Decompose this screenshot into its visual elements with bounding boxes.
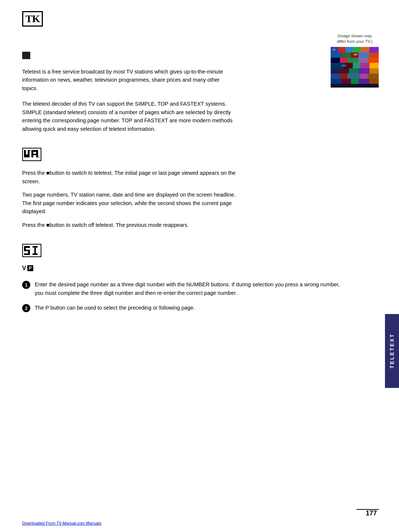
page-logo: TK xyxy=(22,11,43,27)
svg-rect-45 xyxy=(26,154,28,157)
svg-rect-49 xyxy=(33,150,36,152)
section3: V P 1 Enter the desired page number as a… xyxy=(22,244,379,312)
section2-para1: Press the ■button to switch to teletext.… xyxy=(22,169,236,185)
item2-text: The P button can be used to select the p… xyxy=(35,304,344,312)
item1-number: 1 xyxy=(22,281,30,289)
svg-rect-44 xyxy=(24,150,26,157)
svg-rect-51 xyxy=(30,150,31,151)
svg-rect-61 xyxy=(34,248,36,253)
section3-icon-wrapper xyxy=(22,244,41,258)
section1-icon xyxy=(22,52,30,59)
main-content: Teletext is a free service broadcast by … xyxy=(22,33,379,323)
svg-rect-59 xyxy=(24,253,30,255)
section1-para2: The teletext decoder of this TV can supp… xyxy=(22,100,236,133)
section1-para1: Teletext is a free service broadcast by … xyxy=(22,68,236,92)
bottom-link[interactable]: Downloaded From TV-Manual.com Manuals xyxy=(22,521,101,525)
section2-icon-wrapper xyxy=(22,148,41,162)
sidebar-teletext-text: TELETEXT xyxy=(389,333,395,369)
svg-rect-50 xyxy=(32,154,38,155)
numbered-item-1: 1 Enter the desired page number as a thr… xyxy=(22,280,344,297)
svg-rect-52 xyxy=(38,157,40,158)
section2-para2: Two page numbers, TV station name, date … xyxy=(22,191,236,215)
svg-rect-63 xyxy=(30,249,31,250)
p-box: P xyxy=(27,265,33,271)
v-label: V xyxy=(22,265,26,272)
section2-icon xyxy=(22,148,41,161)
svg-rect-62 xyxy=(33,253,38,255)
vp-label-row: V P xyxy=(22,265,379,272)
svg-rect-60 xyxy=(33,246,38,248)
svg-rect-56 xyxy=(24,246,26,250)
item1-text: Enter the desired page number as a three… xyxy=(35,280,344,297)
page-number: 177 xyxy=(366,509,377,517)
item2-number: 2 xyxy=(22,304,30,312)
section1: Teletext is a free service broadcast by … xyxy=(22,52,379,133)
svg-rect-57 xyxy=(24,250,30,251)
sidebar-teletext: TELETEXT xyxy=(385,314,399,388)
section2: Press the ■button to switch to teletext.… xyxy=(22,148,379,229)
numbered-item-2: 2 The P button can be used to select the… xyxy=(22,304,344,312)
svg-rect-46 xyxy=(28,150,30,157)
section2-para3: Press the ■button to switch off teletext… xyxy=(22,221,236,229)
section3-icon xyxy=(22,244,41,257)
